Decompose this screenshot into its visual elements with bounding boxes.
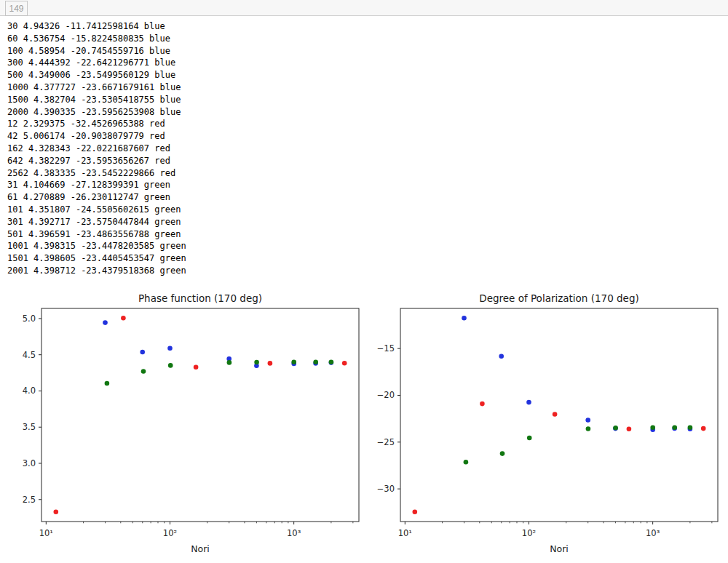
scatter-point-green	[313, 360, 318, 365]
scatter-point-green	[291, 360, 296, 365]
output-line: 61 4.270889 -26.230112747 green	[7, 191, 186, 204]
x-tick-label: 10¹	[398, 528, 412, 538]
output-line: 12 2.329375 -32.4526965388 red	[7, 118, 186, 130]
output-line: 642 4.382297 -23.5953656267 red	[7, 155, 186, 167]
execution-count-box[interactable]: 149	[5, 1, 28, 16]
scatter-point-blue	[167, 346, 173, 351]
output-line: 101 4.351807 -24.5505602615 green	[7, 204, 186, 216]
output-line: 31 4.104669 -27.128399391 green	[7, 179, 186, 191]
scatter-point-green	[586, 426, 591, 431]
scatter-point-green	[141, 369, 146, 374]
x-tick-label: 10²	[163, 528, 177, 538]
scatter-point-blue	[462, 316, 467, 321]
scatter-point-red	[701, 426, 706, 431]
chart-title: Phase function (170 deg)	[138, 292, 262, 304]
output-line: 301 4.392717 -23.5750447844 green	[7, 216, 186, 228]
scatter-point-blue	[499, 354, 504, 359]
y-tick-label: 4.5	[23, 350, 36, 360]
scatter-point-red	[194, 365, 199, 370]
output-line: 501 4.396591 -23.4863556788 green	[7, 228, 186, 241]
y-tick-label: −15	[377, 343, 395, 354]
y-tick-label: 5.0	[23, 314, 36, 324]
output-line: 300 4.444392 -22.6421296771 blue	[7, 57, 186, 69]
x-tick-label: 10²	[522, 528, 536, 538]
scatter-point-red	[342, 361, 347, 366]
scatter-point-green	[329, 360, 334, 365]
subplot-phase-function-170-deg-: 10¹10²10³2.53.03.54.04.55.0Phase functio…	[23, 292, 359, 554]
output-line: 1500 4.382704 -23.5305418755 blue	[7, 94, 186, 106]
scatter-point-red	[268, 361, 273, 366]
y-tick-label: 3.5	[23, 422, 36, 432]
subplot-degree-of-polarization-170-deg-: 10¹10²10³−30−25−20−15Degree of Polarizat…	[377, 292, 718, 554]
x-axis-label: Nori	[550, 543, 569, 554]
axes-frame	[400, 308, 718, 522]
y-tick-label: 4.0	[23, 386, 36, 396]
output-line: 1001 4.398315 -23.4478203585 green	[7, 240, 186, 252]
scatter-point-red	[553, 412, 558, 417]
scatter-point-red	[121, 316, 126, 321]
figure: 10¹10²10³2.53.03.54.04.55.0Phase functio…	[0, 287, 728, 563]
x-tick-label: 10³	[287, 528, 301, 538]
axes-frame	[41, 308, 359, 522]
output-line: 60 4.536754 -15.8224580835 blue	[7, 33, 186, 45]
output-line: 2562 4.383335 -23.5452229866 red	[7, 167, 186, 180]
scatter-point-blue	[526, 400, 531, 405]
output-line: 100 4.58954 -20.7454559716 blue	[7, 45, 186, 57]
scatter-point-red	[413, 509, 418, 514]
scatter-point-green	[527, 436, 532, 441]
scatter-point-red	[627, 426, 632, 431]
y-tick-label: −30	[377, 484, 395, 494]
scatter-point-green	[464, 460, 469, 465]
output-line: 42 5.006174 -20.9038079779 red	[7, 130, 186, 143]
scatter-point-blue	[103, 320, 108, 325]
output-line: 30 4.94326 -11.7412598164 blue	[7, 20, 186, 33]
x-tick-label: 10¹	[39, 528, 53, 538]
execution-count: 149	[9, 4, 23, 14]
scatter-point-green	[227, 360, 232, 365]
y-tick-label: −20	[377, 390, 395, 400]
output-line: 2000 4.390335 -23.5956253908 blue	[7, 106, 186, 119]
scatter-point-green	[105, 381, 110, 386]
scatter-point-green	[650, 426, 655, 431]
scatter-point-green	[500, 451, 505, 456]
scatter-point-green	[613, 426, 618, 431]
y-tick-label: 2.5	[23, 495, 36, 505]
y-tick-label: 3.0	[23, 458, 36, 468]
scatter-point-blue	[585, 418, 590, 423]
scatter-point-blue	[140, 350, 145, 355]
output-line: 1000 4.377727 -23.6671679161 blue	[7, 81, 186, 94]
notebook-cell: 149 30 4.94326 -11.7412598164 blue60 4.5…	[0, 0, 728, 563]
y-tick-label: −25	[377, 437, 395, 447]
output-line: 500 4.349006 -23.5499560129 blue	[7, 69, 186, 81]
scatter-point-red	[480, 402, 485, 407]
scatter-point-green	[688, 425, 693, 430]
output-line: 2001 4.398712 -23.4379518368 green	[7, 265, 186, 277]
scatter-point-green	[254, 360, 259, 365]
scatter-point-green	[672, 425, 677, 430]
chart-title: Degree of Polarization (170 deg)	[479, 292, 639, 304]
output-line: 162 4.328343 -22.0221687607 red	[7, 143, 186, 155]
cell-output-text: 30 4.94326 -11.7412598164 blue60 4.53675…	[7, 20, 186, 277]
output-line: 1501 4.398605 -23.4405453547 green	[7, 252, 186, 265]
x-tick-label: 10³	[646, 528, 660, 538]
cell-header-bar: 149	[0, 0, 728, 16]
x-axis-label: Nori	[191, 543, 210, 554]
scatter-point-red	[54, 509, 59, 514]
scatter-point-green	[168, 363, 173, 368]
